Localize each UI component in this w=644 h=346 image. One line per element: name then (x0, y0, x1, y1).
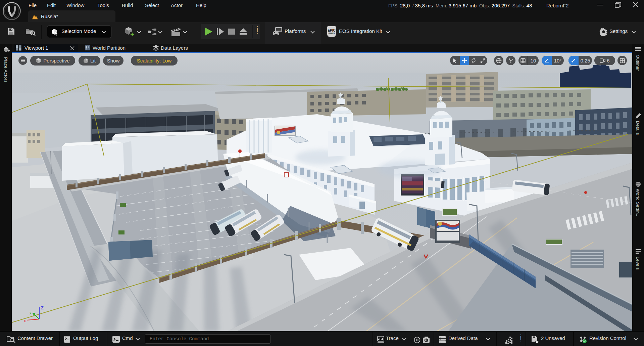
svg-text:Z: Z (41, 305, 44, 310)
svg-text:y: y (30, 310, 32, 314)
svg-text:x: x (24, 318, 26, 323)
